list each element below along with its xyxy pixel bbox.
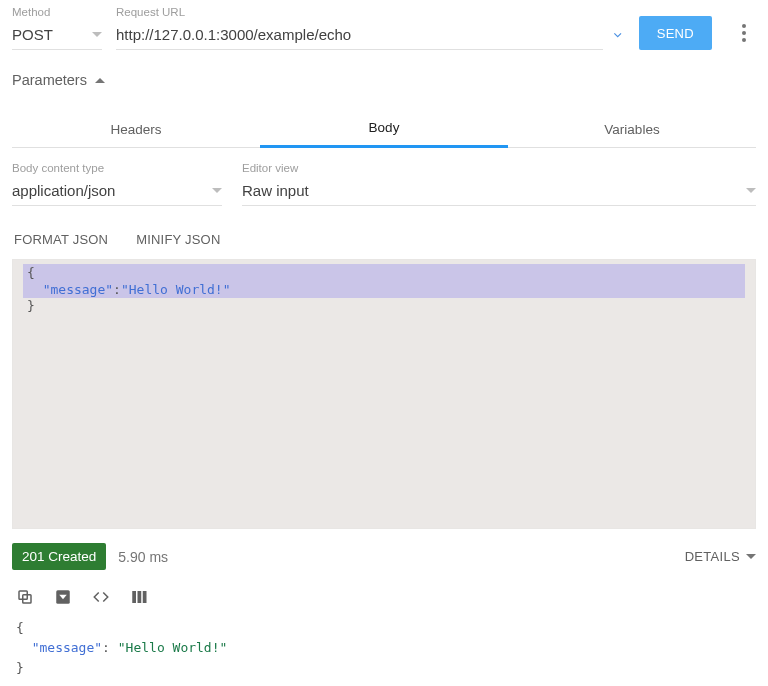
code-icon[interactable]: [92, 588, 110, 606]
content-type-field: Body content type application/json: [12, 162, 222, 206]
content-type-select[interactable]: application/json: [12, 176, 222, 206]
parameters-label: Parameters: [12, 72, 87, 88]
editor-view-select[interactable]: Raw input: [242, 176, 756, 206]
download-icon[interactable]: [54, 588, 72, 606]
minify-json-button[interactable]: MINIFY JSON: [134, 228, 222, 251]
method-field: Method POST: [12, 6, 102, 50]
chevron-up-icon: [95, 78, 105, 83]
tab-headers[interactable]: Headers: [12, 110, 260, 147]
url-label: Request URL: [116, 6, 625, 18]
response-line: {: [16, 620, 24, 635]
body-options-row: Body content type application/json Edito…: [12, 162, 756, 206]
url-input[interactable]: [116, 20, 603, 50]
request-top-row: Method POST Request URL SEND: [12, 6, 756, 50]
chevron-down-icon: [212, 188, 222, 193]
send-button[interactable]: SEND: [639, 16, 712, 50]
details-label: DETAILS: [685, 549, 740, 564]
editor-line-key: "message": [43, 282, 113, 297]
method-label: Method: [12, 6, 102, 18]
request-body-editor[interactable]: { "message":"Hello World!" }: [12, 259, 756, 529]
editor-view-field: Editor view Raw input: [242, 162, 756, 206]
chevron-down-icon: [92, 32, 102, 37]
more-menu-icon[interactable]: [732, 16, 756, 50]
tab-variables[interactable]: Variables: [508, 110, 756, 147]
method-value: POST: [12, 26, 53, 43]
svg-rect-6: [143, 591, 147, 603]
parameters-toggle[interactable]: Parameters: [12, 72, 756, 88]
editor-line: {: [27, 265, 35, 280]
details-button[interactable]: DETAILS: [685, 549, 756, 564]
editor-view-value: Raw input: [242, 182, 309, 199]
status-badge: 201 Created: [12, 543, 106, 570]
json-tools-row: FORMAT JSON MINIFY JSON: [12, 228, 756, 251]
url-field: Request URL: [116, 6, 625, 50]
response-key: "message": [32, 640, 102, 655]
url-input-wrap: [116, 20, 625, 50]
svg-rect-5: [138, 591, 142, 603]
chevron-down-icon[interactable]: [611, 28, 624, 42]
copy-icon[interactable]: [16, 588, 34, 606]
columns-icon[interactable]: [130, 588, 148, 606]
status-row: 201 Created 5.90 ms DETAILS: [12, 543, 756, 570]
format-json-button[interactable]: FORMAT JSON: [12, 228, 110, 251]
response-tools: [12, 588, 756, 606]
response-line: }: [16, 660, 24, 675]
request-panel: Method POST Request URL SEND Parameters …: [0, 0, 768, 686]
content-type-value: application/json: [12, 182, 115, 199]
response-body: { "message": "Hello World!" }: [12, 618, 756, 678]
content-type-label: Body content type: [12, 162, 222, 174]
method-select[interactable]: POST: [12, 20, 102, 50]
editor-line-value: "Hello World!": [121, 282, 231, 297]
editor-line: }: [27, 298, 35, 313]
chevron-down-icon: [746, 188, 756, 193]
tab-body[interactable]: Body: [260, 108, 508, 148]
status-time: 5.90 ms: [118, 549, 168, 565]
chevron-down-icon: [746, 554, 756, 559]
svg-rect-4: [132, 591, 136, 603]
response-value: "Hello World!": [118, 640, 228, 655]
parameters-tabs: Headers Body Variables: [12, 108, 756, 148]
editor-view-label: Editor view: [242, 162, 756, 174]
